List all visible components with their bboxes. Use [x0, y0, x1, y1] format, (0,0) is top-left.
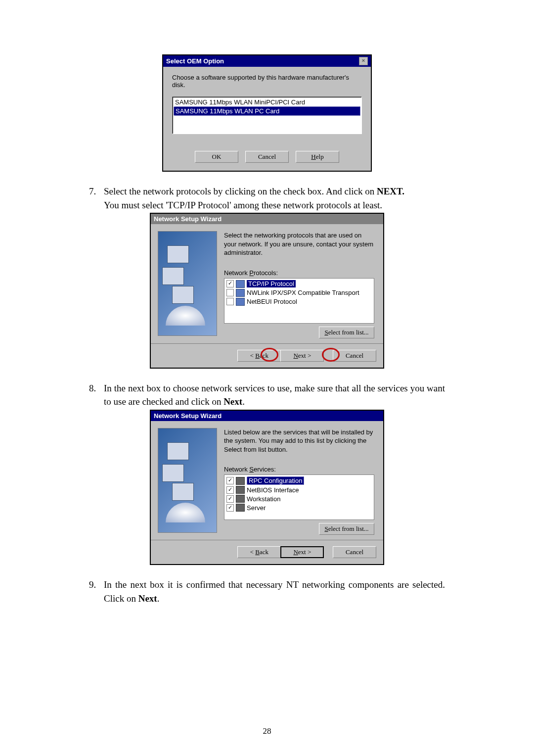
step-number: 9.: [89, 578, 104, 605]
protocols-listbox[interactable]: ✓TCP/IP Protocol NWLink IPX/SPX Compatib…: [224, 278, 374, 324]
service-icon: [236, 504, 245, 512]
select-oem-dialog: Select OEM Option × Choose a software su…: [162, 54, 372, 172]
select-from-list-button[interactable]: Select from list...: [319, 327, 374, 338]
step-number: 8.: [89, 381, 104, 409]
checkbox-icon[interactable]: ✓: [226, 504, 234, 512]
dialog-title: Network Setup Wizard: [154, 412, 222, 420]
list-item[interactable]: SAMSUNG 11Mbps WLAN MiniPCI/PCI Card: [174, 98, 360, 106]
select-from-list-button[interactable]: Select from list...: [319, 523, 374, 535]
step-7: 7.Select the network protocols by clicki…: [89, 185, 445, 212]
list-label: Network Services:: [224, 466, 374, 473]
page-number: 28: [0, 726, 534, 736]
list-item[interactable]: TCP/IP Protocol: [247, 280, 296, 287]
dialog-titlebar: Select OEM Option ×: [163, 55, 371, 67]
wizard-image: [158, 231, 217, 336]
step-number: 7.: [89, 185, 104, 198]
checkbox-icon[interactable]: ✓: [226, 495, 234, 503]
checkbox-icon[interactable]: ✓: [226, 486, 234, 494]
service-icon: [236, 477, 245, 485]
list-item[interactable]: Server: [247, 504, 266, 512]
services-listbox[interactable]: ✓RPC Configuration ✓NetBIOS Interface ✓W…: [224, 474, 374, 520]
cancel-button[interactable]: Cancel: [245, 151, 289, 163]
list-item[interactable]: NWLink IPX/SPX Compatible Transport: [247, 289, 359, 296]
back-button[interactable]: < Back: [237, 350, 281, 362]
network-setup-wizard-protocols: Network Setup Wizard Select the networki…: [150, 213, 384, 369]
ok-button[interactable]: OK: [195, 151, 238, 163]
dialog-title: Network Setup Wizard: [154, 215, 222, 223]
checkbox-icon[interactable]: ✓: [226, 477, 234, 484]
checkbox-icon[interactable]: [226, 298, 234, 305]
checkbox-icon[interactable]: ✓: [226, 280, 234, 287]
wizard-image: [158, 428, 217, 533]
cancel-button[interactable]: Cancel: [333, 350, 376, 362]
close-icon[interactable]: ×: [359, 57, 368, 65]
list-item[interactable]: NetBEUI Protocol: [247, 298, 297, 305]
checkbox-icon[interactable]: [226, 289, 234, 296]
wizard-description: Listed below are the services that will …: [224, 428, 374, 454]
list-item[interactable]: NetBIOS Interface: [247, 486, 299, 494]
oem-listbox[interactable]: SAMSUNG 11Mbps WLAN MiniPCI/PCI Card SAM…: [172, 96, 362, 134]
cancel-button[interactable]: Cancel: [333, 546, 376, 558]
dialog-title: Select OEM Option: [166, 57, 224, 65]
help-button[interactable]: Help: [296, 151, 339, 163]
dialog-titlebar: Network Setup Wizard: [151, 411, 383, 421]
dialog-prompt: Choose a software supported by this hard…: [172, 74, 362, 89]
network-setup-wizard-services: Network Setup Wizard Listed below are th…: [150, 410, 384, 566]
step-8: 8. In the next box to choose network ser…: [89, 381, 445, 409]
protocol-icon: [236, 298, 245, 306]
list-item[interactable]: Workstation: [247, 495, 280, 503]
list-item[interactable]: SAMSUNG 11Mbps WLAN PC Card: [174, 106, 360, 116]
protocol-icon: [236, 289, 245, 297]
service-icon: [236, 495, 245, 503]
list-label: Network Protocols:: [224, 269, 374, 277]
next-button[interactable]: Next >: [280, 350, 324, 362]
step-9: 9. In the next box it is confirmed that …: [89, 578, 445, 605]
protocol-icon: [236, 280, 245, 288]
list-item[interactable]: RPC Configuration: [247, 476, 304, 485]
back-button[interactable]: < Back: [237, 546, 281, 558]
dialog-titlebar: Network Setup Wizard: [151, 214, 383, 224]
wizard-description: Select the networking protocols that are…: [224, 231, 374, 257]
next-button[interactable]: Next >: [280, 546, 324, 558]
service-icon: [236, 486, 245, 494]
